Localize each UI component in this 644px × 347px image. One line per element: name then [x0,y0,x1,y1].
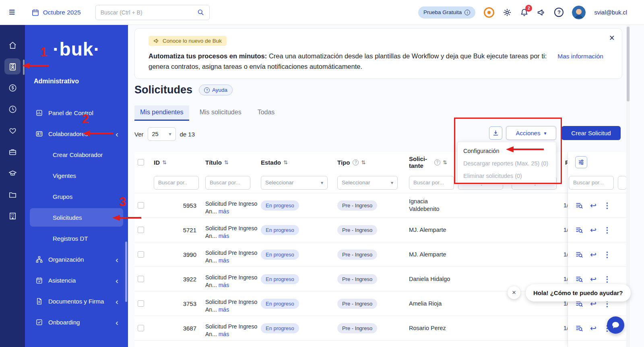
search-input[interactable] [101,9,194,16]
more-link[interactable]: más [219,306,229,313]
chevron-down-icon: ▾ [544,130,546,136]
help-icon[interactable]: ? [554,8,564,17]
sidebar-item-organizacion[interactable]: Organización ‹ [30,250,123,269]
info-icon[interactable]: ? [434,159,440,165]
rail-talento-graduation-icon[interactable] [4,165,21,181]
acciones-button[interactable]: Acciones ▾ [506,126,556,140]
sort-icon[interactable]: ⇅ [224,159,229,165]
chevron-icon[interactable]: ‹ [116,297,118,306]
rail-bienestar-heart-icon[interactable] [4,122,21,138]
sort-icon[interactable]: ⇅ [361,159,365,165]
menu-item-configuracion[interactable]: Configuración [458,145,556,157]
sidebar-item-asistencia[interactable]: Asistencia ‹ [30,271,123,289]
select-all-checkbox[interactable] [138,159,144,165]
sidebar-item-onboarding[interactable]: Onboarding ‹ [30,313,123,331]
row-checkbox[interactable] [138,325,144,331]
undo-icon[interactable]: ↩ [590,324,597,333]
row-checkbox[interactable] [138,251,144,258]
column-settings-button[interactable] [575,156,587,168]
sort-icon[interactable]: ⇅ [443,159,447,165]
more-link[interactable]: más [219,257,229,264]
help-badge[interactable]: ? Ayuda [199,85,233,95]
preview-list-search-icon[interactable] [575,275,583,283]
undo-icon[interactable]: ↩ [590,225,597,235]
sidebar-item-colaboradores[interactable]: Colaboradores ‹ [30,124,123,143]
row-checkbox[interactable] [138,300,144,307]
preview-list-search-icon[interactable] [575,250,583,259]
preview-list-search-icon[interactable] [575,324,583,333]
banner-close-icon[interactable]: × [609,33,615,43]
chat-close-button[interactable]: × [508,286,520,299]
rail-colaboradores-clipboard-icon[interactable] [4,58,21,74]
rail-remuneraciones-coin-icon[interactable] [4,80,21,96]
global-search[interactable] [95,5,210,20]
sidebar-item-registros-dt[interactable]: Registros DT [30,229,123,248]
chat-greeting-bubble[interactable]: Hola! ¿Cómo te puedo ayudar? [526,284,631,302]
hamburger-menu-icon[interactable]: ≡ [9,7,15,18]
rail-beneficios-briefcase-icon[interactable] [4,144,21,160]
download-button[interactable] [489,126,502,140]
integration-icon[interactable] [484,7,494,18]
tab-mis-pendientes[interactable]: Mis pendientes [134,105,189,121]
sidebar-item-crear-colaborador[interactable]: Crear Colaborador [30,145,123,164]
undo-icon[interactable]: ↩ [590,201,597,210]
more-link[interactable]: más [219,282,229,288]
trial-badge[interactable]: Prueba Gratuita i [418,6,475,19]
more-options-icon[interactable]: ⋮ [603,201,611,210]
chat-launcher-button[interactable] [607,316,624,334]
sidebar-item-grupos[interactable]: Grupos [30,187,123,206]
preview-list-search-icon[interactable] [575,226,583,234]
rail-scrollbar[interactable] [23,60,25,75]
row-checkbox[interactable] [138,202,144,209]
tab-todas[interactable]: Todas [252,105,281,121]
sidebar-item-panel-de-control[interactable]: Panel de Control [30,103,123,122]
icon-rail [0,25,25,347]
filter-tipo-select[interactable]: Seleccionar▾ [337,176,398,190]
more-link[interactable]: más [219,331,229,337]
user-avatar[interactable] [572,6,586,19]
more-options-icon[interactable]: ⋮ [603,225,611,235]
rail-asistencia-clock-icon[interactable] [4,101,21,117]
sidebar-item-label: Solicitudes [53,214,82,221]
more-options-icon[interactable]: ⋮ [603,275,611,284]
sort-icon[interactable]: ⇅ [162,159,167,165]
chevron-icon[interactable]: ‹ [116,276,118,285]
sort-icon[interactable]: ⇅ [283,159,288,165]
filter-titulo-input[interactable] [205,176,250,190]
banner-more-info-link[interactable]: Mas información [557,53,603,60]
sidebar-item-vigentes[interactable]: Vigentes [30,166,123,185]
sidebar-scrollbar[interactable] [125,242,127,302]
chevron-icon[interactable]: ‹ [116,318,118,326]
month-picker[interactable]: Octubre 2025 [31,8,81,17]
undo-icon[interactable]: ↩ [590,250,597,259]
filter-id-input[interactable] [154,176,199,190]
more-options-icon[interactable]: ⋮ [603,250,611,259]
crear-solicitud-button[interactable]: Crear Solicitud [561,126,621,140]
sidebar-item-documentos-y-firma[interactable]: Documentos y Firma ‹ [30,292,123,310]
sidebar-item-solicitudes[interactable]: Solicitudes [30,208,123,227]
filter-clipped-input[interactable] [618,176,626,190]
page-size-select[interactable]: 25 ▾ [148,127,176,141]
row-checkbox[interactable] [138,276,144,282]
more-link[interactable]: más [219,208,229,215]
rail-documentos-folder-icon[interactable] [4,186,21,202]
filter-estado-select[interactable]: Seleccionar▾ [261,176,328,190]
rail-home-icon[interactable] [4,37,21,53]
rail-empresa-building-icon[interactable] [4,208,21,224]
filter-solicitante-input[interactable] [409,176,454,190]
vertical-scrollbar-thumb[interactable] [627,27,630,101]
preview-list-search-icon[interactable] [575,201,583,210]
announcements-megaphone-icon[interactable] [537,8,546,17]
tab-mis-solicitudes[interactable]: Mis solicitudes [194,105,247,121]
more-link[interactable]: más [219,233,229,239]
search-icon[interactable] [197,8,204,16]
filter-frozen-input[interactable] [569,176,614,190]
undo-icon[interactable]: ↩ [590,275,597,284]
user-email[interactable]: svial@buk.cl [594,9,627,16]
chevron-icon[interactable]: ‹ [116,130,118,138]
chevron-icon[interactable]: ‹ [116,255,118,264]
row-checkbox[interactable] [138,227,144,233]
notifications-bell-icon[interactable]: 2 [520,8,528,17]
settings-gear-icon[interactable] [503,8,512,17]
info-icon[interactable]: ? [353,159,359,165]
